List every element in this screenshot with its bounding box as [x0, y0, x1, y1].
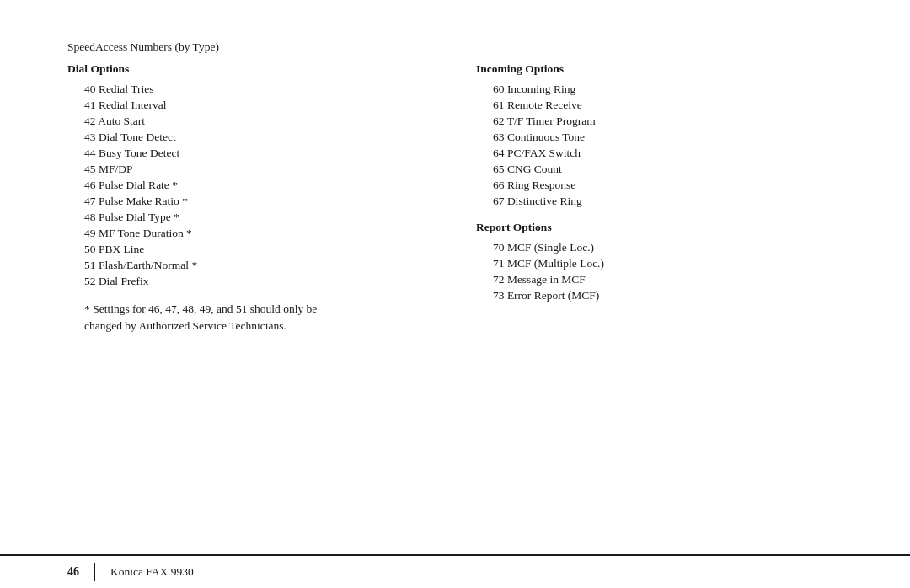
footer-brand: Konica FAX 9930: [110, 565, 194, 579]
list-item: 52 Dial Prefix: [67, 273, 434, 289]
page-footer: 46 Konica FAX 9930: [0, 554, 910, 588]
list-item: 49 MF Tone Duration *: [67, 225, 434, 241]
list-item: 43 Dial Tone Detect: [67, 129, 434, 145]
two-column-layout: Dial Options 40 Redial Tries 41 Redial I…: [67, 62, 843, 335]
list-item: 50 PBX Line: [67, 241, 434, 257]
footnote-text-2: changed by Authorized Service Technician…: [84, 319, 286, 332]
list-item: 48 Pulse Dial Type *: [67, 209, 434, 225]
list-item: 72 Message in MCF: [476, 271, 843, 287]
dial-options-list: 40 Redial Tries 41 Redial Interval 42 Au…: [67, 81, 434, 289]
list-item: 65 CNG Count: [476, 161, 843, 177]
list-item: 67 Distinctive Ring: [476, 193, 843, 209]
footnote-line2: changed by Authorized Service Technician…: [84, 318, 434, 334]
list-item: 41 Redial Interval: [67, 97, 434, 113]
list-item: 42 Auto Start: [67, 113, 434, 129]
list-item: 40 Redial Tries: [67, 81, 434, 97]
list-item: 47 Pulse Make Ratio *: [67, 193, 434, 209]
left-column: Dial Options 40 Redial Tries 41 Redial I…: [67, 62, 451, 335]
footer-divider: [94, 563, 95, 581]
report-options-list: 70 MCF (Single Loc.) 71 MCF (Multiple Lo…: [476, 239, 843, 303]
page-container: SpeedAccess Numbers (by Type) Dial Optio…: [0, 0, 910, 588]
list-item: 63 Continuous Tone: [476, 129, 843, 145]
incoming-options-heading: Incoming Options: [476, 62, 843, 76]
footnote-line1: * Settings for 46, 47, 48, 49, and 51 sh…: [84, 301, 434, 318]
list-item: 51 Flash/Earth/Normal *: [67, 257, 434, 273]
list-item: 71 MCF (Multiple Loc.): [476, 255, 843, 271]
list-item: 73 Error Report (MCF): [476, 287, 843, 303]
list-item: 70 MCF (Single Loc.): [476, 239, 843, 255]
list-item: 44 Busy Tone Detect: [67, 145, 434, 161]
page-title: SpeedAccess Numbers (by Type): [67, 40, 843, 54]
incoming-options-list: 60 Incoming Ring 61 Remote Receive 62 T/…: [476, 81, 843, 209]
dial-options-heading: Dial Options: [67, 62, 434, 76]
list-item: 60 Incoming Ring: [476, 81, 843, 97]
list-item: 64 PC/FAX Switch: [476, 145, 843, 161]
list-item: 46 Pulse Dial Rate *: [67, 177, 434, 193]
list-item: 61 Remote Receive: [476, 97, 843, 113]
list-item: 45 MF/DP: [67, 161, 434, 177]
footnote-text-1: * Settings for 46, 47, 48, 49, and 51 sh…: [84, 301, 317, 318]
report-options-heading: Report Options: [476, 221, 843, 234]
list-item: 66 Ring Response: [476, 177, 843, 193]
footnote: * Settings for 46, 47, 48, 49, and 51 sh…: [67, 301, 434, 335]
main-content: SpeedAccess Numbers (by Type) Dial Optio…: [0, 0, 910, 554]
right-column: Incoming Options 60 Incoming Ring 61 Rem…: [451, 62, 843, 335]
footer-page-number: 46: [67, 565, 79, 579]
list-item: 62 T/F Timer Program: [476, 113, 843, 129]
